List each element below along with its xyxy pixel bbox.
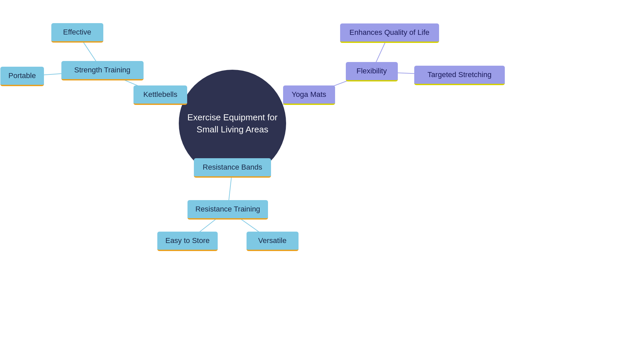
easy-to-store-label: Easy to Store — [165, 236, 210, 245]
portable-label: Portable — [8, 71, 36, 80]
node-effective[interactable]: Effective — [51, 23, 103, 43]
node-flexibility[interactable]: Flexibility — [346, 62, 398, 81]
node-yoga-mats[interactable]: Yoga Mats — [283, 85, 335, 105]
node-resistance-bands[interactable]: Resistance Bands — [194, 158, 271, 178]
node-strength-training[interactable]: Strength Training — [61, 61, 144, 80]
node-targeted-stretching[interactable]: Targeted Stretching — [414, 66, 505, 85]
center-label: Exercise Equipment for Small Living Area… — [179, 111, 286, 136]
kettlebells-label: Kettlebells — [143, 90, 177, 99]
yoga-mats-label: Yoga Mats — [291, 90, 326, 99]
node-kettlebells[interactable]: Kettlebells — [133, 85, 187, 105]
resistance-bands-label: Resistance Bands — [203, 163, 262, 172]
flexibility-label: Flexibility — [357, 67, 387, 75]
enhances-quality-label: Enhances Quality of Life — [350, 28, 429, 37]
node-portable[interactable]: Portable — [0, 67, 44, 86]
node-easy-to-store[interactable]: Easy to Store — [157, 232, 218, 251]
node-enhances-quality[interactable]: Enhances Quality of Life — [340, 23, 439, 43]
node-resistance-training[interactable]: Resistance Training — [187, 200, 268, 220]
strength-training-label: Strength Training — [74, 66, 130, 74]
resistance-training-label: Resistance Training — [195, 205, 260, 214]
targeted-stretching-label: Targeted Stretching — [428, 70, 492, 79]
versatile-label: Versatile — [258, 236, 286, 245]
node-versatile[interactable]: Versatile — [247, 232, 299, 251]
effective-label: Effective — [63, 28, 91, 37]
